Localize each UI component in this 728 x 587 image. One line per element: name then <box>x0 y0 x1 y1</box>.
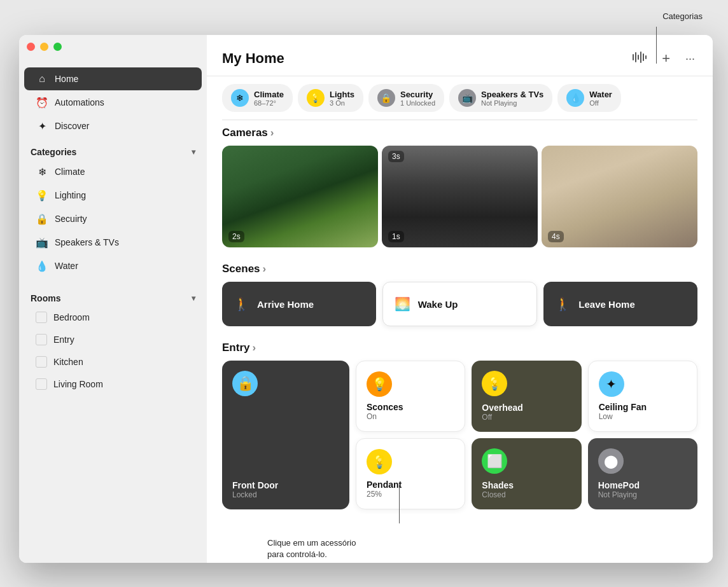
sidebar-label-lighting: Lighting <box>55 190 86 200</box>
minimize-button[interactable] <box>40 43 48 51</box>
sidebar: ⌂ Home⏰ Automations✦ Discover Categories… <box>19 35 207 563</box>
scenes-label: Scenes <box>222 263 260 275</box>
chip-speakers-tvs[interactable]: 📺 Speakers & TVs Not Playing <box>449 84 552 112</box>
scene-icon-leave-home: 🚶 <box>555 296 571 312</box>
device-card-overhead[interactable]: 💡 Overhead Off <box>472 361 581 432</box>
sidebar-label-water: Water <box>55 261 78 271</box>
waveform-button[interactable] <box>630 49 649 69</box>
scene-label-wake-up: Wake Up <box>418 299 458 310</box>
add-button[interactable]: + <box>659 48 673 69</box>
sidebar-icon-speakers-tvs: 📺 <box>36 236 48 249</box>
device-top-pendant: 💡 <box>367 449 454 474</box>
entry-label: Entry <box>222 342 249 354</box>
chip-water[interactable]: 💧 Water Off <box>557 84 621 112</box>
sidebar-item-climate[interactable]: ❄ Climate <box>24 160 202 183</box>
svg-rect-1 <box>635 52 636 62</box>
svg-rect-3 <box>640 52 641 63</box>
camera-card[interactable]: 2s <box>222 146 378 247</box>
device-top-front-door: 🔒 <box>232 371 339 396</box>
device-top-homepod: ⬤ <box>598 448 687 474</box>
sidebar-icon-home: ⌂ <box>36 73 48 85</box>
close-button[interactable] <box>27 43 35 51</box>
sidebar-item-kitchen[interactable]: Kitchen <box>24 351 202 373</box>
scene-card-arrive-home[interactable]: 🚶 Arrive Home <box>222 282 376 326</box>
annotation-top: Categorias <box>662 11 703 21</box>
sidebar-item-bedroom[interactable]: Bedroom <box>24 307 202 328</box>
sidebar-rooms-header[interactable]: Rooms ▾ <box>19 284 207 306</box>
chip-text-speakers-tvs: Speakers & TVs Not Playing <box>481 90 543 107</box>
camera-card[interactable]: 4s <box>542 146 697 247</box>
device-icon-ceiling-fan: ✦ <box>599 371 624 397</box>
entry-section-header[interactable]: Entry › <box>207 335 713 358</box>
sidebar-icon-discover: ✦ <box>36 120 48 132</box>
chip-label-climate: Climate <box>254 90 284 99</box>
sidebar-icon-entry <box>36 334 47 345</box>
device-name-sconces: Sconces <box>367 402 454 412</box>
device-top-shades: ⬜ <box>482 448 571 474</box>
scene-label-arrive-home: Arrive Home <box>257 299 314 310</box>
scene-card-wake-up[interactable]: 🌅 Wake Up <box>382 282 538 326</box>
chip-value-climate: 68–72° <box>254 99 284 107</box>
svg-rect-0 <box>633 54 634 60</box>
sidebar-item-automations[interactable]: ⏰ Automations <box>24 91 202 114</box>
sidebar-item-lighting[interactable]: 💡 Lighting <box>24 184 202 207</box>
scene-label-leave-home: Leave Home <box>578 299 634 310</box>
svg-rect-5 <box>645 55 647 59</box>
scenes-row: 🚶 Arrive Home 🌅 Wake Up 🚶 Leave Home <box>207 279 713 335</box>
device-status-ceiling-fan: Low <box>599 412 687 421</box>
chip-value-water: Off <box>589 99 612 107</box>
sidebar-icon-kitchen <box>36 356 47 368</box>
sidebar-item-discover[interactable]: ✦ Discover <box>24 114 202 137</box>
more-button[interactable]: ··· <box>683 50 697 68</box>
device-icon-overhead: 💡 <box>482 371 507 396</box>
scene-card-leave-home[interactable]: 🚶 Leave Home <box>543 282 697 326</box>
camera-card[interactable]: 3s 1s <box>382 146 538 247</box>
scenes-section-header[interactable]: Scenes › <box>207 256 713 279</box>
categories-chevron: ▾ <box>192 148 195 156</box>
device-card-front-door[interactable]: 🔒 Front Door Locked <box>222 361 349 509</box>
sidebar-icon-security: 🔒 <box>36 212 48 225</box>
annotation-bottom: Clique em um acessório para controlá-lo. <box>267 537 356 560</box>
sidebar-icon-bedroom <box>36 312 47 323</box>
device-card-pendant[interactable]: 💡 Pendant 25% <box>356 438 465 509</box>
page-title: My Home <box>222 50 284 67</box>
sidebar-label-speakers-tvs: Speakers & TVs <box>55 237 119 247</box>
sidebar-item-living-room[interactable]: Living Room <box>24 373 202 395</box>
device-name-shades: Shades <box>482 480 571 490</box>
annotation-line-bottom <box>399 485 400 523</box>
sidebar-item-water[interactable]: 💧 Water <box>24 254 202 277</box>
device-name-homepod: HomePod <box>598 480 687 490</box>
chip-lights[interactable]: 💡 Lights 3 On <box>298 84 363 112</box>
sidebar-item-entry[interactable]: Entry <box>24 329 202 350</box>
chip-label-speakers-tvs: Speakers & TVs <box>481 90 543 99</box>
chip-label-lights: Lights <box>330 90 354 99</box>
device-icon-pendant: 💡 <box>367 449 392 474</box>
device-card-shades[interactable]: ⬜ Shades Closed <box>472 438 581 509</box>
entry-chevron: › <box>252 342 256 354</box>
chip-climate[interactable]: ❄ Climate 68–72° <box>222 84 293 112</box>
main-header: My Home + ··· <box>207 35 713 76</box>
sidebar-label-climate: Climate <box>55 167 85 177</box>
chip-security[interactable]: 🔒 Security 1 Unlocked <box>368 84 444 112</box>
chip-icon-water: 💧 <box>566 89 584 107</box>
sidebar-item-speakers-tvs[interactable]: 📺 Speakers & TVs <box>24 231 202 254</box>
maximize-button[interactable] <box>53 43 62 51</box>
sidebar-label-automations: Automations <box>55 97 104 107</box>
device-card-homepod[interactable]: ⬤ HomePod Not Playing <box>588 438 697 509</box>
sidebar-item-home[interactable]: ⌂ Home <box>24 67 202 90</box>
sidebar-icon-lighting: 💡 <box>36 189 48 202</box>
sidebar-categories-header[interactable]: Categories ▾ <box>19 138 207 160</box>
device-status-overhead: Off <box>482 413 571 422</box>
device-name-pendant: Pendant <box>367 480 454 490</box>
device-card-ceiling-fan[interactable]: ✦ Ceiling Fan Low <box>588 361 697 432</box>
sidebar-rooms: Bedroom Entry Kitchen Living Room <box>19 306 207 396</box>
device-card-sconces[interactable]: 💡 Sconces On <box>356 361 465 432</box>
device-status-homepod: Not Playing <box>598 490 687 499</box>
categories-label: Categories <box>31 147 76 157</box>
chip-icon-lights: 💡 <box>307 89 325 107</box>
sidebar-item-security[interactable]: 🔒 Secuirty <box>24 207 202 230</box>
chip-text-water: Water Off <box>589 90 612 107</box>
cameras-label: Cameras <box>222 127 268 139</box>
chip-label-security: Security <box>400 90 435 99</box>
cameras-section-header[interactable]: Cameras › <box>207 120 713 143</box>
